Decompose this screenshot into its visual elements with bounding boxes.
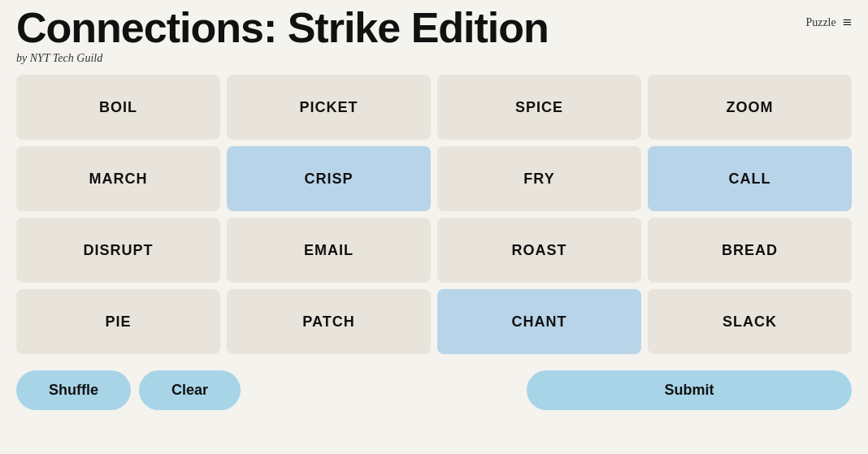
puzzle-label: Puzzle xyxy=(805,16,835,29)
word-cell[interactable]: PICKET xyxy=(227,75,431,140)
right-buttons: Submit xyxy=(249,370,852,410)
word-text: BREAD xyxy=(722,242,778,259)
word-text: SLACK xyxy=(723,313,777,331)
title-area: Connections: Strike Edition by NYT Tech … xyxy=(16,6,805,65)
word-cell[interactable]: BOIL xyxy=(16,75,220,140)
word-cell[interactable]: MARCH xyxy=(16,146,220,211)
word-cell[interactable]: PATCH xyxy=(227,289,431,354)
word-text: PIE xyxy=(105,313,131,331)
word-text: ROAST xyxy=(512,242,567,259)
word-text: FRY xyxy=(523,171,554,188)
word-text: MARCH xyxy=(89,171,148,188)
word-grid: BOILPICKETSPICEZOOMMARCHCRISPFRYCALLDISR… xyxy=(16,75,852,354)
word-cell[interactable]: ROAST xyxy=(437,218,641,283)
page-header: Connections: Strike Edition by NYT Tech … xyxy=(0,0,868,68)
word-text: BOIL xyxy=(99,99,137,116)
menu-icon[interactable]: ≡ xyxy=(843,13,852,32)
word-text: CALL xyxy=(729,171,771,188)
word-cell[interactable]: CRISP xyxy=(227,146,431,211)
word-cell[interactable]: CALL xyxy=(648,146,852,211)
page-title: Connections: Strike Edition xyxy=(16,6,805,49)
word-cell[interactable]: BREAD xyxy=(648,218,852,283)
word-text: PICKET xyxy=(299,99,358,116)
word-cell[interactable]: EMAIL xyxy=(227,218,431,283)
word-cell[interactable]: SLACK xyxy=(648,289,852,354)
header-controls: Puzzle ≡ xyxy=(805,6,852,32)
word-cell[interactable]: SPICE xyxy=(437,75,641,140)
shuffle-button[interactable]: Shuffle xyxy=(16,370,131,410)
word-cell[interactable]: ZOOM xyxy=(648,75,852,140)
page-subtitle: by NYT Tech Guild xyxy=(16,52,805,65)
clear-button[interactable]: Clear xyxy=(139,370,241,410)
word-text: CRISP xyxy=(304,171,353,188)
submit-button[interactable]: Submit xyxy=(527,370,852,410)
word-text: ZOOM xyxy=(727,99,774,116)
word-cell[interactable]: FRY xyxy=(437,146,641,211)
word-cell[interactable]: CHANT xyxy=(437,289,641,354)
word-text: DISRUPT xyxy=(83,242,153,259)
word-cell[interactable]: DISRUPT xyxy=(16,218,220,283)
word-text: SPICE xyxy=(515,99,563,116)
buttons-row: Shuffle Clear Submit xyxy=(0,361,868,417)
word-text: EMAIL xyxy=(304,242,354,259)
word-text: CHANT xyxy=(512,313,567,331)
grid-container: BOILPICKETSPICEZOOMMARCHCRISPFRYCALLDISR… xyxy=(0,68,868,361)
word-text: PATCH xyxy=(302,313,354,331)
left-buttons: Shuffle Clear xyxy=(16,370,241,410)
word-cell[interactable]: PIE xyxy=(16,289,220,354)
